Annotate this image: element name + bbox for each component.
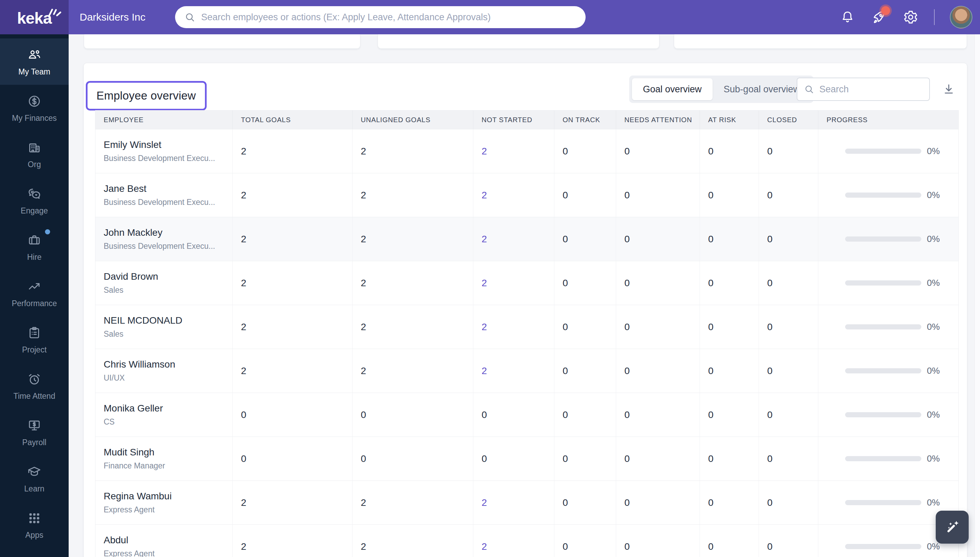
project-icon	[26, 325, 42, 341]
global-search-bar[interactable]	[175, 6, 586, 28]
total-cell: 0	[233, 393, 353, 436]
closed-value: 0	[767, 409, 818, 420]
on-track-cell: 0	[554, 261, 616, 305]
hire-icon	[26, 232, 42, 248]
closed-value: 0	[767, 146, 818, 157]
sidebar-item-project[interactable]: Project	[0, 316, 68, 363]
overview-tab-group: Goal overviewSub-goal overview	[629, 75, 814, 103]
not-started-link[interactable]: 2	[482, 278, 554, 288]
ai-assistant-fab[interactable]	[936, 511, 969, 544]
needs-attention-cell: 0	[616, 261, 700, 305]
sidebar-item-hire[interactable]: Hire	[0, 224, 68, 270]
unaligned-cell: 0	[353, 393, 473, 436]
column-header-total-goals: TOTAL GOALS	[233, 111, 353, 129]
not-started-cell: 2	[473, 129, 554, 173]
finances-icon	[26, 93, 42, 109]
download-icon[interactable]	[939, 80, 958, 99]
column-header-not-started: NOT STARTED	[473, 111, 554, 129]
table-row[interactable]: Emily WinsletBusiness Development Execu.…	[95, 129, 958, 173]
total-cell: 2	[233, 217, 353, 261]
on-track-value: 0	[563, 541, 616, 552]
table-row[interactable]: NEIL MCDONALDSales22200000%	[95, 305, 958, 349]
column-header-needs-attention: NEEDS ATTENTION	[616, 111, 700, 129]
on-track-cell: 0	[554, 481, 616, 524]
employee-name: NEIL MCDONALD	[104, 315, 233, 326]
at-risk-value: 0	[708, 541, 759, 552]
performance-icon	[26, 278, 42, 295]
on-track-value: 0	[563, 365, 616, 376]
global-search-input[interactable]	[201, 12, 577, 23]
employee-role: Express Agent	[104, 549, 233, 557]
sidebar-item-my-team[interactable]: My Team	[0, 38, 68, 85]
needs-attention-cell: 0	[616, 129, 700, 173]
closed-cell: 0	[759, 129, 818, 173]
on-track-cell: 0	[554, 217, 616, 261]
not-started-link[interactable]: 2	[482, 541, 554, 552]
not-started-link[interactable]: 2	[482, 497, 554, 508]
needs-attention-cell: 0	[616, 525, 700, 557]
table-row[interactable]: John MackleyBusiness Development Execu..…	[95, 217, 958, 261]
progress-bar	[845, 324, 921, 329]
unaligned-cell: 2	[353, 129, 473, 173]
time-attend-icon	[26, 371, 42, 387]
sidebar-item-learn[interactable]: Learn	[0, 455, 68, 502]
sidebar-item-my-finances[interactable]: My Finances	[0, 85, 68, 131]
total-value: 2	[241, 234, 352, 245]
closed-cell: 0	[759, 349, 818, 393]
closed-value: 0	[767, 278, 818, 288]
progress-percent: 0%	[927, 497, 940, 508]
sidebar-item-engage[interactable]: Engage	[0, 178, 68, 224]
employee-role: UI/UX	[104, 373, 233, 383]
user-avatar[interactable]	[950, 6, 972, 28]
total-cell: 2	[233, 305, 353, 349]
progress-percent: 0%	[927, 146, 940, 156]
on-track-value: 0	[563, 278, 616, 288]
table-row[interactable]: Monika GellerCS00000000%	[95, 393, 958, 436]
progress-bar	[845, 280, 921, 285]
column-header-on-track: ON TRACK	[554, 111, 616, 129]
on-track-value: 0	[563, 146, 616, 157]
page-scrollbar[interactable]	[975, 34, 980, 557]
tab-sub-goal-overview[interactable]: Sub-goal overview	[713, 78, 811, 100]
employee-name: Jane Best	[104, 183, 233, 194]
table-row[interactable]: Mudit SinghFinance Manager00000000%	[95, 436, 958, 480]
sidebar-item-org[interactable]: Org	[0, 131, 68, 178]
not-started-link[interactable]: 2	[482, 190, 554, 201]
settings-gear-icon[interactable]	[902, 9, 919, 25]
payroll-icon	[26, 418, 42, 433]
not-started-link[interactable]: 2	[482, 234, 554, 245]
table-search-input[interactable]	[819, 84, 923, 95]
table-row[interactable]: Regina WambuiExpress Agent22200000%	[95, 480, 958, 524]
table-row[interactable]: David BrownSales22200000%	[95, 261, 958, 305]
sidebar-item-payroll[interactable]: Payroll	[0, 409, 68, 455]
not-started-link[interactable]: 2	[482, 146, 554, 157]
not-started-link[interactable]: 2	[482, 322, 554, 332]
total-value: 0	[241, 409, 352, 420]
tab-goal-overview[interactable]: Goal overview	[632, 78, 713, 100]
total-value: 2	[241, 322, 352, 332]
sidebar-item-label: Engage	[21, 206, 48, 215]
needs-attention-cell: 0	[616, 173, 700, 217]
sidebar-item-time-attend[interactable]: Time Attend	[0, 363, 68, 409]
learn-icon	[26, 464, 42, 480]
sidebar-item-performance[interactable]: Performance	[0, 270, 68, 316]
on-track-cell: 0	[554, 173, 616, 217]
notifications-bell-icon[interactable]	[839, 9, 856, 25]
sidebar-item-apps[interactable]: Apps	[0, 502, 68, 548]
at-risk-value: 0	[708, 146, 759, 157]
unaligned-value: 2	[361, 190, 473, 201]
closed-cell: 0	[759, 261, 818, 305]
at-risk-cell: 0	[700, 437, 759, 480]
table-row[interactable]: Jane BestBusiness Development Execu...22…	[95, 173, 958, 217]
not-started-link[interactable]: 2	[482, 365, 554, 376]
at-risk-cell: 0	[700, 525, 759, 557]
employee-cell: Chris WilliamsonUI/UX	[95, 349, 233, 393]
table-search-box[interactable]	[797, 78, 930, 101]
table-row[interactable]: AbdulExpress Agent22200000%	[95, 524, 958, 557]
whats-new-rocket-icon[interactable]	[871, 9, 887, 25]
keka-logo-text: keka	[17, 8, 52, 28]
progress-percent: 0%	[927, 453, 940, 464]
table-row[interactable]: Chris WilliamsonUI/UX22200000%	[95, 349, 958, 393]
keka-logo[interactable]: keka	[0, 0, 68, 34]
magic-wand-icon	[943, 518, 961, 536]
